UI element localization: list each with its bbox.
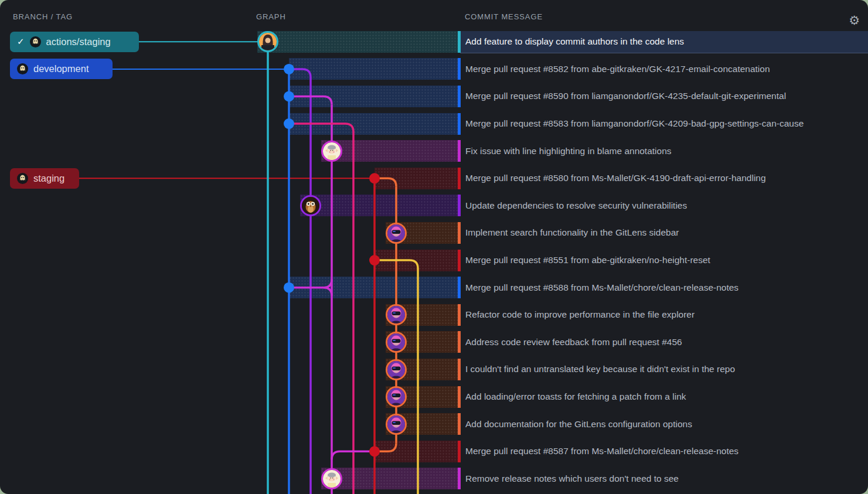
row-lane-tint-band (375, 250, 458, 271)
commit-row[interactable]: Add documentation for the GitLens config… (0, 410, 868, 438)
commit-row[interactable]: Implement search functionality in the Gi… (0, 219, 868, 247)
commit-author-avatar-vr[interactable] (386, 332, 407, 353)
row-lane-tint-band (289, 58, 458, 80)
row-lane-tint-band (289, 86, 458, 107)
row-color-bar (458, 86, 461, 107)
kraken-avatar-icon (30, 36, 41, 47)
branch-name: actions/staging (46, 36, 111, 47)
row-color-bar (458, 277, 461, 298)
row-lane-tint-band (257, 31, 458, 53)
branch-name: staging (33, 173, 64, 184)
commit-message: Implement search functionality in the Gi… (465, 227, 679, 238)
row-color-bar (458, 413, 461, 435)
commit-message: Merge pull request #8588 from Ms-Mallet/… (465, 282, 738, 293)
row-color-bar (458, 331, 461, 353)
commit-message: Add feature to display commit authors in… (465, 36, 684, 47)
commit-message: I couldn't find an untranslated key beca… (465, 364, 735, 374)
row-color-bar (458, 113, 461, 135)
row-color-bar (458, 168, 461, 189)
row-color-bar (458, 468, 461, 489)
row-lane-tint-band (289, 277, 458, 298)
commit-row[interactable]: Update dependencies to resolve security … (0, 192, 868, 220)
commit-message: Merge pull request #8583 from liamganond… (465, 118, 804, 129)
commit-message: Fix issue with line highlighting in blam… (465, 146, 672, 156)
commit-message: Merge pull request #8587 from Ms-Mallet/… (465, 446, 738, 456)
kraken-avatar-icon (17, 63, 28, 74)
commit-author-avatar-elf[interactable] (321, 468, 342, 489)
row-color-bar (458, 140, 461, 162)
commit-row[interactable]: I couldn't find an untranslated key beca… (0, 356, 868, 383)
commit-message: Merge pull request #8551 from abe-gitkra… (465, 255, 710, 265)
row-color-bar (458, 386, 461, 408)
row-color-bar (458, 359, 461, 380)
gitlens-commit-graph: BRANCH / TAG GRAPH COMMIT MESSAGE ⚙ Add … (0, 0, 868, 494)
commit-row[interactable]: Merge pull request #8580 from Ms-Mallet/… (0, 165, 868, 192)
row-color-bar (458, 441, 461, 462)
row-lane-tint-band (300, 195, 458, 216)
branch-name: development (33, 63, 88, 74)
commit-message: Update dependencies to resolve security … (465, 200, 687, 211)
commit-row[interactable]: Remove release notes which users don't n… (0, 465, 868, 493)
commit-row[interactable]: Merge pull request #8583 from liamganond… (0, 110, 868, 138)
commit-message: Refactor code to improve performance in … (465, 309, 695, 320)
row-color-bar (458, 195, 461, 216)
commit-row[interactable]: Merge pull request #8590 from liamganond… (0, 83, 868, 110)
commit-row[interactable]: Add loading/error toasts for fetching a … (0, 383, 868, 411)
row-lane-tint-band (375, 441, 458, 462)
commit-message: Merge pull request #8590 from liamganond… (465, 91, 786, 101)
commit-row[interactable]: Merge pull request #8588 from Ms-Mallet/… (0, 274, 868, 301)
commit-author-avatar-vr[interactable] (386, 414, 407, 435)
commit-message: Address code review feedback from pull r… (465, 337, 682, 347)
commit-author-avatar-elf[interactable] (321, 141, 342, 162)
commit-row[interactable]: Merge pull request #8582 from abe-gitkra… (0, 56, 868, 83)
commit-row[interactable]: Fix issue with line highlighting in blam… (0, 137, 868, 165)
column-header-graph: GRAPH (256, 12, 286, 21)
commit-author-avatar-vr[interactable] (386, 223, 407, 244)
kraken-avatar-icon (17, 173, 28, 184)
row-color-bar (458, 250, 461, 271)
commit-message: Add loading/error toasts for fetching a … (465, 391, 686, 402)
commit-row[interactable]: Address code review feedback from pull r… (0, 329, 868, 356)
row-lane-tint-band (375, 168, 458, 189)
column-header-branch-tag: BRANCH / TAG (13, 12, 73, 21)
row-color-bar (458, 222, 461, 244)
commit-message: Merge pull request #8580 from Ms-Mallet/… (465, 173, 766, 183)
row-color-bar (458, 304, 461, 326)
branch-label-staging[interactable]: staging (10, 168, 79, 189)
column-header-commit-message: COMMIT MESSAGE (465, 12, 543, 21)
commit-message: Add documentation for the GitLens config… (465, 419, 692, 430)
commit-row[interactable]: Merge pull request #8587 from Ms-Mallet/… (0, 438, 868, 465)
commit-message: Merge pull request #8582 from abe-gitkra… (465, 64, 770, 74)
branch-label-development[interactable]: development (10, 59, 113, 79)
commit-author-avatar-vr[interactable] (386, 359, 407, 380)
row-lane-tint-band (289, 113, 458, 135)
checked-out-icon: ✓ (17, 36, 25, 47)
commit-row[interactable]: Refactor code to improve performance in … (0, 301, 868, 329)
settings-gear-icon[interactable]: ⚙ (849, 14, 860, 26)
commit-author-avatar-owl[interactable] (300, 195, 321, 216)
row-color-bar (458, 58, 461, 80)
row-color-bar (458, 31, 461, 53)
commit-row[interactable]: Merge pull request #8551 from abe-gitkra… (0, 247, 868, 274)
branch-label-actions-staging[interactable]: ✓actions/staging (10, 32, 139, 52)
commit-author-avatar-vr[interactable] (386, 386, 407, 407)
commit-message: Remove release notes which users don't n… (465, 473, 679, 484)
